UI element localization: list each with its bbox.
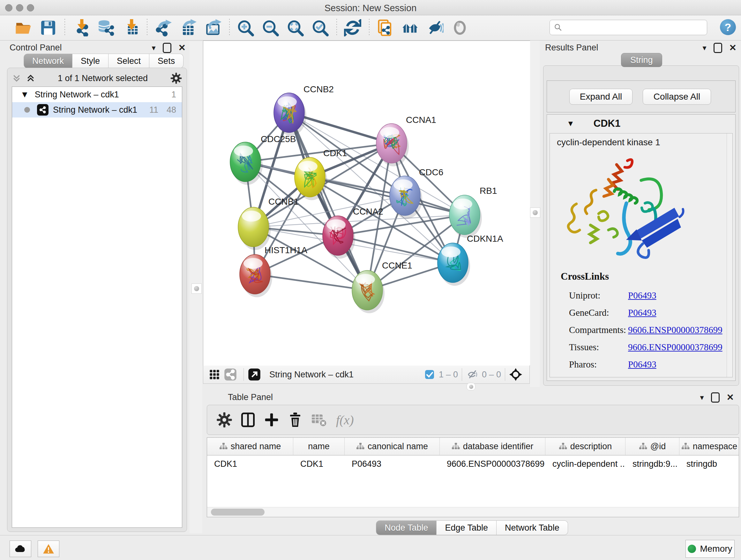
close-panel-icon[interactable]: ✕ [179,43,186,53]
node-table[interactable]: shared namenamecanonical namedatabase id… [207,437,739,517]
gene-collapse-icon[interactable]: ▼ [567,119,575,128]
string-results-content: Expand All Collapse All ▼ CDK1 cyclin-de… [543,65,739,386]
toggle-graphics-details-button[interactable] [424,18,446,38]
expand-all-button[interactable]: Expand All [569,89,632,105]
column-header-description[interactable]: description [545,438,625,455]
close-table-icon[interactable]: ✕ [727,392,734,402]
search-input[interactable] [566,22,707,33]
collection-collapse-icon[interactable]: ▼ [20,90,29,100]
toolbar-separator [369,19,369,37]
tab-sets[interactable]: Sets [149,54,184,68]
network-type-icon [37,104,49,116]
export-image-button[interactable] [202,18,223,38]
delete-table-icon[interactable] [309,410,328,429]
tab-network[interactable]: Network [23,54,72,68]
node-HIST1H1A[interactable]: HIST1H1A [240,245,307,297]
node-CCNB1[interactable]: CCNB1 [238,197,299,250]
right-splitter-handle[interactable] [530,207,540,218]
export-table-icon [179,19,197,37]
column-header-shared-name[interactable]: shared name [207,438,293,455]
node-RB1[interactable]: RB1 [449,186,497,238]
add-column-icon[interactable] [262,410,281,429]
node-CDKN1A[interactable]: CDKN1A [437,234,503,286]
memory-button[interactable]: Memory [685,540,735,558]
column-header-name[interactable]: name [293,438,345,455]
open-in-browser-icon[interactable] [248,368,261,381]
share-session-button[interactable] [375,18,396,38]
table-cell: P06493 [345,459,440,469]
zoom-out-button[interactable] [260,18,281,38]
zoom-selected-button[interactable] [310,18,331,38]
crosslink-link[interactable]: 9606.ENSP00000378699 [628,342,723,353]
crosslink-link[interactable]: P06493 [628,359,657,370]
expand-all-icon[interactable] [26,73,36,83]
save-button[interactable] [38,18,59,38]
tab-style[interactable]: Style [72,54,109,68]
birds-eye-view-button[interactable] [449,18,470,38]
home-views-button[interactable] [400,18,421,38]
maximize-panel-icon[interactable] [163,43,172,53]
refresh-button[interactable] [342,18,363,38]
crosslink-row: Uniprot:P06493 [569,287,720,304]
hidden-eye-slash-icon[interactable] [466,368,479,381]
maximize-table-icon[interactable] [711,392,720,402]
import-network-from-file-button[interactable] [70,18,91,38]
edge-CCNB2-CCNE1[interactable] [289,113,367,290]
tab-select[interactable]: Select [109,54,149,68]
cloud-button[interactable] [10,541,31,557]
collapse-all-icon[interactable] [12,73,21,83]
tab-string[interactable]: String [621,53,662,67]
table-hscrollbar-thumb[interactable] [211,509,265,516]
tab-network-table[interactable]: Network Table [496,520,568,535]
close-results-icon[interactable]: ✕ [729,43,737,53]
table-cell: 9606.ENSP00000378699 [440,459,545,469]
column-header-canonical-name[interactable]: canonical name [345,438,440,455]
delete-column-trash-icon[interactable] [286,410,305,429]
left-splitter-handle[interactable] [192,284,202,294]
float-results-icon[interactable]: ▾ [702,44,706,52]
node-CDC6[interactable]: CDC6 [390,167,443,219]
table-hscrollbar[interactable] [207,507,739,517]
column-header-namespace[interactable]: namespace [679,438,739,455]
maximize-results-icon[interactable] [714,43,722,53]
network-view-title: String Network – cdk1 [269,370,354,380]
node-CCNE1[interactable]: CCNE1 [352,260,412,313]
warnings-button[interactable] [38,541,59,557]
export-table-button[interactable] [178,18,199,38]
import-network-from-database-button[interactable] [95,18,116,38]
float-panel-icon[interactable]: ▾ [151,44,155,52]
network-share-icon[interactable] [224,368,237,381]
network-collection-row[interactable]: ▼ String Network – cdk1 1 [12,87,182,102]
tab-node-table[interactable]: Node Table [376,520,436,535]
import-table-from-file-button[interactable] [120,18,141,38]
fit-selected-crosshair-icon[interactable] [509,368,522,381]
selected-checkbox-icon[interactable] [423,368,436,381]
table-gear-icon[interactable] [215,410,234,429]
open-folder-button[interactable] [13,18,34,38]
network-view[interactable]: CCNB2CCNA1CDC25BCDK1CDC6RB1CCNB1CCNA2CDK… [203,41,530,366]
column-header-database-identifier[interactable]: database identifier [440,438,545,455]
float-table-icon[interactable]: ▾ [700,393,704,402]
collapse-all-button[interactable]: Collapse All [643,89,711,105]
results-scrollbar[interactable] [727,133,732,377]
zoom-in-button[interactable] [235,18,256,38]
grid-view-icon[interactable] [208,368,221,381]
function-builder-button[interactable]: f(x) [336,413,354,428]
split-columns-icon[interactable] [239,410,258,429]
column-header-@id[interactable]: @id [625,438,679,455]
crosslink-link[interactable]: P06493 [628,307,657,318]
network-graph[interactable]: CCNB2CCNA1CDC25BCDK1CDC6RB1CCNB1CCNA2CDK… [203,41,530,366]
network-row-selected[interactable]: String Network – cdk1 11 48 [12,102,182,118]
toolbar-separator [229,19,230,37]
tab-edge-table[interactable]: Edge Table [436,520,496,535]
zoom-fit-content-button[interactable] [285,18,306,38]
table-row[interactable]: CDK1CDK1P064939606.ENSP00000378699cyclin… [207,455,739,472]
crosslink-link[interactable]: 9606.ENSP00000378699 [628,325,723,335]
node-CCNB2[interactable]: CCNB2 [274,84,334,136]
network-options-gear-icon[interactable] [170,72,182,84]
export-network-button[interactable] [152,18,174,38]
help-button[interactable]: ? [720,19,736,35]
node-label-CCNE1: CCNE1 [382,260,412,270]
crosslink-link[interactable]: P06493 [628,290,657,301]
search-box[interactable] [549,20,707,35]
